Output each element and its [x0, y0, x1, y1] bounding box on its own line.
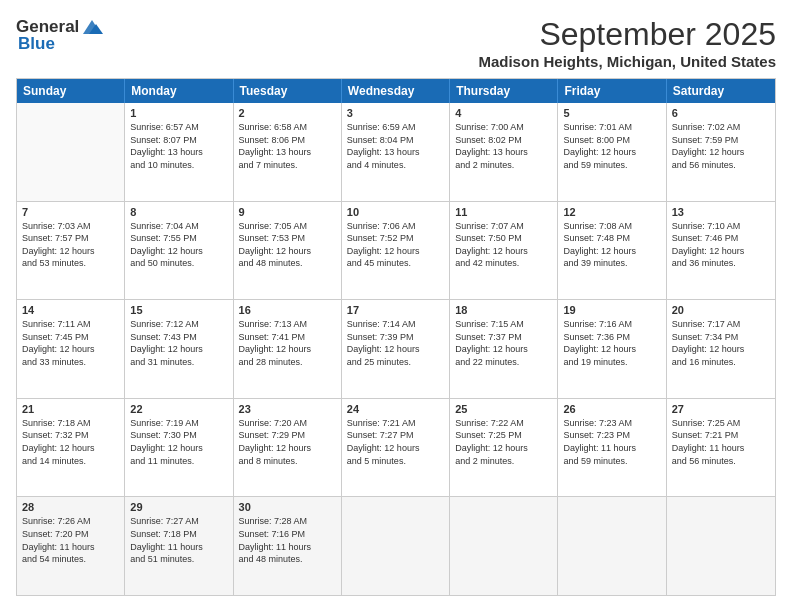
cell-info: Sunrise: 7:26 AMSunset: 7:20 PMDaylight:… [22, 515, 119, 565]
header: General Blue September 2025 Madison Heig… [16, 16, 776, 70]
day-number: 16 [239, 304, 336, 316]
day-number: 6 [672, 107, 770, 119]
cell-info: Sunrise: 7:13 AMSunset: 7:41 PMDaylight:… [239, 318, 336, 368]
cell-info: Sunrise: 7:15 AMSunset: 7:37 PMDaylight:… [455, 318, 552, 368]
calendar-row: 1Sunrise: 6:57 AMSunset: 8:07 PMDaylight… [17, 103, 775, 201]
cell-info: Sunrise: 7:12 AMSunset: 7:43 PMDaylight:… [130, 318, 227, 368]
calendar-header-cell: Wednesday [342, 79, 450, 103]
day-number: 5 [563, 107, 660, 119]
cell-info: Sunrise: 7:02 AMSunset: 7:59 PMDaylight:… [672, 121, 770, 171]
calendar-row: 7Sunrise: 7:03 AMSunset: 7:57 PMDaylight… [17, 201, 775, 300]
calendar-cell [17, 103, 125, 201]
day-number: 28 [22, 501, 119, 513]
calendar-header-cell: Thursday [450, 79, 558, 103]
calendar-cell: 16Sunrise: 7:13 AMSunset: 7:41 PMDayligh… [234, 300, 342, 398]
day-number: 30 [239, 501, 336, 513]
calendar-cell: 11Sunrise: 7:07 AMSunset: 7:50 PMDayligh… [450, 202, 558, 300]
cell-info: Sunrise: 7:04 AMSunset: 7:55 PMDaylight:… [130, 220, 227, 270]
cell-info: Sunrise: 7:05 AMSunset: 7:53 PMDaylight:… [239, 220, 336, 270]
calendar: SundayMondayTuesdayWednesdayThursdayFrid… [16, 78, 776, 596]
calendar-cell: 30Sunrise: 7:28 AMSunset: 7:16 PMDayligh… [234, 497, 342, 595]
day-number: 26 [563, 403, 660, 415]
day-number: 3 [347, 107, 444, 119]
cell-info: Sunrise: 7:16 AMSunset: 7:36 PMDaylight:… [563, 318, 660, 368]
calendar-cell: 12Sunrise: 7:08 AMSunset: 7:48 PMDayligh… [558, 202, 666, 300]
cell-info: Sunrise: 7:21 AMSunset: 7:27 PMDaylight:… [347, 417, 444, 467]
day-number: 25 [455, 403, 552, 415]
cell-info: Sunrise: 6:57 AMSunset: 8:07 PMDaylight:… [130, 121, 227, 171]
day-number: 10 [347, 206, 444, 218]
calendar-cell: 6Sunrise: 7:02 AMSunset: 7:59 PMDaylight… [667, 103, 775, 201]
day-number: 9 [239, 206, 336, 218]
cell-info: Sunrise: 7:19 AMSunset: 7:30 PMDaylight:… [130, 417, 227, 467]
calendar-cell: 5Sunrise: 7:01 AMSunset: 8:00 PMDaylight… [558, 103, 666, 201]
day-number: 22 [130, 403, 227, 415]
calendar-row: 28Sunrise: 7:26 AMSunset: 7:20 PMDayligh… [17, 496, 775, 595]
calendar-cell: 25Sunrise: 7:22 AMSunset: 7:25 PMDayligh… [450, 399, 558, 497]
day-number: 23 [239, 403, 336, 415]
calendar-cell: 15Sunrise: 7:12 AMSunset: 7:43 PMDayligh… [125, 300, 233, 398]
calendar-header-cell: Sunday [17, 79, 125, 103]
day-number: 7 [22, 206, 119, 218]
calendar-cell: 3Sunrise: 6:59 AMSunset: 8:04 PMDaylight… [342, 103, 450, 201]
calendar-cell: 24Sunrise: 7:21 AMSunset: 7:27 PMDayligh… [342, 399, 450, 497]
page: General Blue September 2025 Madison Heig… [0, 0, 792, 612]
cell-info: Sunrise: 6:58 AMSunset: 8:06 PMDaylight:… [239, 121, 336, 171]
calendar-header-cell: Saturday [667, 79, 775, 103]
day-number: 27 [672, 403, 770, 415]
calendar-cell: 28Sunrise: 7:26 AMSunset: 7:20 PMDayligh… [17, 497, 125, 595]
cell-info: Sunrise: 7:11 AMSunset: 7:45 PMDaylight:… [22, 318, 119, 368]
day-number: 20 [672, 304, 770, 316]
day-number: 1 [130, 107, 227, 119]
cell-info: Sunrise: 7:14 AMSunset: 7:39 PMDaylight:… [347, 318, 444, 368]
calendar-cell: 22Sunrise: 7:19 AMSunset: 7:30 PMDayligh… [125, 399, 233, 497]
day-number: 13 [672, 206, 770, 218]
location: Madison Heights, Michigan, United States [478, 53, 776, 70]
calendar-cell: 21Sunrise: 7:18 AMSunset: 7:32 PMDayligh… [17, 399, 125, 497]
day-number: 11 [455, 206, 552, 218]
day-number: 8 [130, 206, 227, 218]
logo-blue-text: Blue [18, 34, 55, 54]
calendar-cell: 20Sunrise: 7:17 AMSunset: 7:34 PMDayligh… [667, 300, 775, 398]
calendar-cell: 27Sunrise: 7:25 AMSunset: 7:21 PMDayligh… [667, 399, 775, 497]
cell-info: Sunrise: 7:10 AMSunset: 7:46 PMDaylight:… [672, 220, 770, 270]
month-title: September 2025 [478, 16, 776, 53]
calendar-header-cell: Tuesday [234, 79, 342, 103]
cell-info: Sunrise: 7:07 AMSunset: 7:50 PMDaylight:… [455, 220, 552, 270]
calendar-cell: 2Sunrise: 6:58 AMSunset: 8:06 PMDaylight… [234, 103, 342, 201]
calendar-cell: 17Sunrise: 7:14 AMSunset: 7:39 PMDayligh… [342, 300, 450, 398]
cell-info: Sunrise: 7:06 AMSunset: 7:52 PMDaylight:… [347, 220, 444, 270]
day-number: 29 [130, 501, 227, 513]
day-number: 14 [22, 304, 119, 316]
cell-info: Sunrise: 7:22 AMSunset: 7:25 PMDaylight:… [455, 417, 552, 467]
day-number: 21 [22, 403, 119, 415]
calendar-body: 1Sunrise: 6:57 AMSunset: 8:07 PMDaylight… [17, 103, 775, 595]
calendar-header-cell: Friday [558, 79, 666, 103]
title-area: September 2025 Madison Heights, Michigan… [478, 16, 776, 70]
calendar-cell: 9Sunrise: 7:05 AMSunset: 7:53 PMDaylight… [234, 202, 342, 300]
calendar-cell [342, 497, 450, 595]
cell-info: Sunrise: 7:23 AMSunset: 7:23 PMDaylight:… [563, 417, 660, 467]
calendar-cell: 19Sunrise: 7:16 AMSunset: 7:36 PMDayligh… [558, 300, 666, 398]
cell-info: Sunrise: 7:17 AMSunset: 7:34 PMDaylight:… [672, 318, 770, 368]
calendar-cell: 26Sunrise: 7:23 AMSunset: 7:23 PMDayligh… [558, 399, 666, 497]
calendar-cell: 10Sunrise: 7:06 AMSunset: 7:52 PMDayligh… [342, 202, 450, 300]
cell-info: Sunrise: 7:03 AMSunset: 7:57 PMDaylight:… [22, 220, 119, 270]
day-number: 19 [563, 304, 660, 316]
logo-icon [81, 16, 103, 38]
day-number: 4 [455, 107, 552, 119]
calendar-cell: 14Sunrise: 7:11 AMSunset: 7:45 PMDayligh… [17, 300, 125, 398]
day-number: 12 [563, 206, 660, 218]
day-number: 18 [455, 304, 552, 316]
cell-info: Sunrise: 6:59 AMSunset: 8:04 PMDaylight:… [347, 121, 444, 171]
calendar-header: SundayMondayTuesdayWednesdayThursdayFrid… [17, 79, 775, 103]
cell-info: Sunrise: 7:20 AMSunset: 7:29 PMDaylight:… [239, 417, 336, 467]
day-number: 24 [347, 403, 444, 415]
calendar-cell: 18Sunrise: 7:15 AMSunset: 7:37 PMDayligh… [450, 300, 558, 398]
cell-info: Sunrise: 7:08 AMSunset: 7:48 PMDaylight:… [563, 220, 660, 270]
calendar-cell: 1Sunrise: 6:57 AMSunset: 8:07 PMDaylight… [125, 103, 233, 201]
logo: General Blue [16, 16, 103, 54]
calendar-cell: 13Sunrise: 7:10 AMSunset: 7:46 PMDayligh… [667, 202, 775, 300]
cell-info: Sunrise: 7:28 AMSunset: 7:16 PMDaylight:… [239, 515, 336, 565]
cell-info: Sunrise: 7:00 AMSunset: 8:02 PMDaylight:… [455, 121, 552, 171]
